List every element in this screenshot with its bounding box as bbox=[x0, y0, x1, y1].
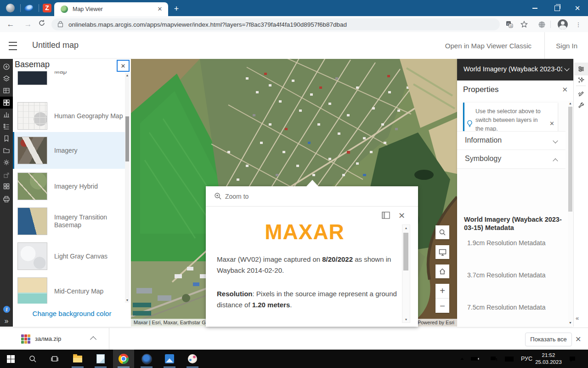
expand-rail-chevrons[interactable]: » bbox=[0, 315, 13, 327]
styles-pencil-icon[interactable] bbox=[574, 87, 588, 100]
scrollbar-thumb[interactable] bbox=[568, 107, 572, 212]
tables-icon[interactable] bbox=[0, 85, 13, 97]
section-symbology[interactable]: Symbology bbox=[457, 150, 565, 169]
scrollbar-thumb[interactable] bbox=[403, 233, 408, 270]
notepad-icon[interactable] bbox=[90, 350, 111, 368]
window-close-button[interactable]: ✕ bbox=[567, 0, 588, 16]
extension-globe-icon[interactable] bbox=[536, 18, 548, 30]
metadata-item[interactable]: 1.9cm Resolution Metadata bbox=[467, 239, 545, 247]
back-button[interactable]: ← bbox=[5, 18, 17, 30]
layer-selector-dropdown[interactable]: World Imagery (Wayback 2023-03-15 bbox=[457, 59, 573, 80]
forward-button[interactable]: → bbox=[22, 18, 34, 30]
right-toolbar-rail: « bbox=[573, 59, 588, 327]
basemap-item-imagery-hybrid[interactable]: Imagery Hybrid bbox=[13, 168, 125, 205]
zoom-to-icon bbox=[214, 192, 222, 200]
scroll-up-arrow[interactable]: ▲ bbox=[125, 74, 130, 77]
paint-app-icon[interactable] bbox=[182, 350, 203, 368]
layers-icon[interactable] bbox=[0, 73, 13, 85]
map-presentation-button[interactable] bbox=[435, 245, 449, 259]
info-icon[interactable]: i bbox=[0, 303, 13, 315]
shelf-close-icon[interactable]: ✕ bbox=[575, 335, 581, 344]
map-search-button[interactable] bbox=[435, 225, 449, 239]
show-all-downloads-button[interactable]: Показать все bbox=[525, 333, 572, 346]
window-minimize-button[interactable] bbox=[524, 0, 545, 16]
scroll-up-arrow[interactable]: ▲ bbox=[402, 226, 410, 230]
metadata-item[interactable]: 3.7cm Resolution Metadata bbox=[467, 271, 545, 279]
new-tab-button[interactable]: + bbox=[171, 3, 182, 14]
effects-sparkles-icon[interactable] bbox=[574, 74, 588, 86]
chrome-icon[interactable] bbox=[113, 350, 134, 368]
taskbar-clock[interactable]: 21:52 25.03.2023 bbox=[534, 352, 563, 366]
reload-button[interactable] bbox=[36, 18, 48, 30]
map-home-button[interactable] bbox=[435, 264, 449, 278]
address-bar[interactable]: onlinelabs.maps.arcgis.com/apps/mapviewe… bbox=[51, 18, 500, 30]
basemap-item-imagery[interactable]: Imagery bbox=[13, 132, 125, 169]
download-menu-chevron-icon[interactable] bbox=[90, 336, 96, 343]
legend-icon[interactable] bbox=[0, 121, 13, 132]
basemap-panel-title: Basemap bbox=[15, 60, 50, 69]
create-app-grid-icon[interactable] bbox=[0, 180, 13, 192]
zoom-to-link[interactable]: Zoom to bbox=[225, 193, 249, 200]
basemap-panel-close-button[interactable]: ✕ bbox=[117, 60, 130, 72]
basemap-scrollbar[interactable]: ▲ ▼ bbox=[125, 73, 130, 303]
scroll-down-arrow[interactable]: ▼ bbox=[568, 321, 573, 324]
sign-in-button[interactable]: Sign In bbox=[556, 42, 577, 50]
properties-close-icon[interactable]: ✕ bbox=[562, 86, 568, 94]
zoom-out-button[interactable]: − bbox=[435, 299, 449, 313]
bookmarks-icon[interactable] bbox=[0, 132, 13, 144]
charts-icon[interactable] bbox=[0, 109, 13, 121]
pinned-tab-app1-icon[interactable] bbox=[6, 4, 15, 12]
basemap-icon[interactable] bbox=[0, 97, 13, 109]
print-icon[interactable] bbox=[0, 193, 13, 205]
basemap-item-light-gray-canvas[interactable]: Light Gray Canvas bbox=[13, 238, 125, 275]
scroll-down-arrow[interactable]: ▼ bbox=[402, 318, 410, 321]
taskbar-search-icon[interactable] bbox=[22, 350, 43, 368]
photos-app-icon[interactable] bbox=[159, 350, 180, 368]
change-background-color-link[interactable]: Change background color bbox=[33, 310, 112, 317]
task-view-icon[interactable] bbox=[44, 350, 65, 368]
pinned-tab-zotero-icon[interactable]: Z bbox=[43, 4, 51, 12]
bookmark-star-icon[interactable] bbox=[518, 18, 530, 30]
file-explorer-icon[interactable] bbox=[67, 350, 88, 368]
map-properties-gear-icon[interactable] bbox=[0, 156, 13, 168]
globe-app-icon[interactable] bbox=[136, 350, 157, 368]
tray-chevron-up-icon[interactable] bbox=[459, 350, 465, 368]
scroll-up-arrow[interactable]: ▲ bbox=[568, 102, 573, 105]
basemap-item-map[interactable]: Map bbox=[13, 71, 125, 87]
browser-titlebar: Z Map Viewer ✕ + ✕ bbox=[0, 0, 588, 16]
start-button[interactable] bbox=[0, 350, 21, 368]
tip-dismiss-icon[interactable]: ✕ bbox=[549, 120, 554, 127]
tab-close-icon[interactable]: ✕ bbox=[156, 6, 164, 13]
zoom-in-button[interactable]: + bbox=[435, 284, 449, 298]
browser-menu-kebab-icon[interactable]: ⋮ bbox=[572, 18, 584, 30]
browser-tab-map-viewer[interactable]: Map Viewer ✕ bbox=[54, 2, 168, 16]
scroll-down-arrow[interactable]: ▼ bbox=[125, 299, 130, 302]
basemap-item-mid-century[interactable]: Mid-Century Map bbox=[13, 273, 125, 304]
translate-icon[interactable]: GA bbox=[503, 18, 515, 30]
window-maximize-button[interactable] bbox=[547, 0, 568, 16]
add-layer-icon[interactable] bbox=[0, 61, 13, 73]
open-in-classic-link[interactable]: Open in Map Viewer Classic bbox=[445, 42, 531, 50]
pinned-tab-app2-icon[interactable] bbox=[23, 4, 34, 12]
action-center-icon[interactable] bbox=[569, 350, 576, 368]
downloaded-filename[interactable]: залма.zip bbox=[35, 335, 61, 342]
network-icon[interactable] bbox=[490, 350, 498, 368]
basemap-item-human-geography[interactable]: Human Geography Map bbox=[13, 98, 125, 134]
touch-keyboard-icon[interactable] bbox=[504, 350, 514, 368]
panel-scrollbar[interactable]: ▲ ▼ bbox=[568, 101, 573, 325]
popup-scrollbar[interactable]: ▲ ▼ bbox=[402, 224, 410, 323]
save-folder-icon[interactable] bbox=[0, 144, 13, 156]
battery-icon[interactable] bbox=[470, 350, 480, 368]
layer-selector-label: World Imagery (Wayback 2023-03-15 bbox=[464, 65, 562, 73]
language-indicator[interactable]: РУС bbox=[521, 350, 532, 368]
basemap-item-imagery-transition[interactable]: Imagery Transition Basemap bbox=[13, 203, 125, 240]
collapse-panel-chevrons[interactable]: « bbox=[576, 315, 578, 322]
scrollbar-thumb[interactable] bbox=[125, 116, 129, 161]
section-information[interactable]: Information bbox=[457, 131, 565, 150]
configure-wrench-icon[interactable] bbox=[574, 99, 588, 112]
lock-icon[interactable] bbox=[58, 23, 63, 27]
share-icon[interactable] bbox=[0, 169, 13, 181]
profile-avatar[interactable] bbox=[557, 18, 569, 30]
hamburger-menu-icon[interactable] bbox=[9, 42, 17, 50]
metadata-item[interactable]: 7.5cm Resolution Metadata bbox=[467, 304, 545, 311]
